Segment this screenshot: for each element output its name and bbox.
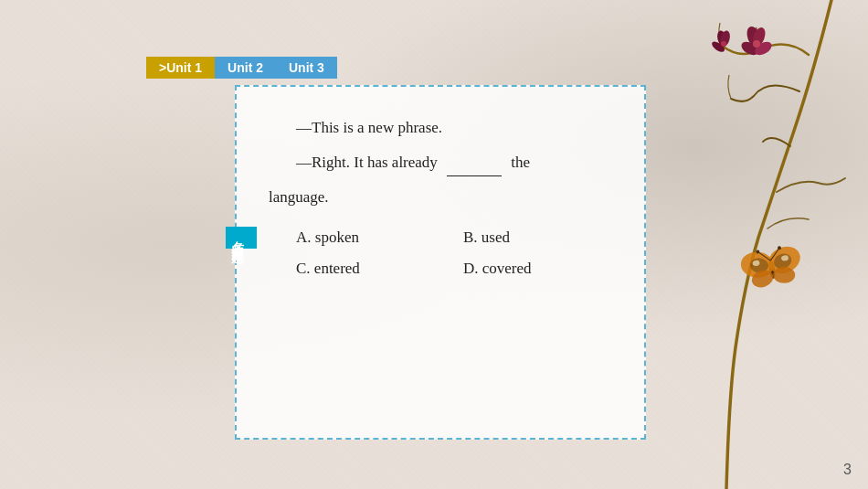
side-label-icon: 名师解题: [231, 230, 246, 245]
option-a-value: spoken: [315, 229, 359, 246]
option-c-value: entered: [314, 260, 360, 277]
option-c-key: C.: [296, 260, 311, 277]
side-label: 名师解题: [226, 227, 257, 249]
option-b-value: used: [482, 229, 510, 246]
line2-after: the: [511, 154, 530, 171]
tab-unit2[interactable]: Unit 2: [215, 57, 276, 79]
option-b-key: B.: [463, 229, 478, 246]
option-a-key: A.: [296, 229, 312, 246]
line2-before: —Right. It has already: [296, 154, 438, 171]
fill-in-blank: [447, 148, 502, 177]
question-line3: language.: [269, 184, 612, 212]
page-number: 3: [843, 462, 852, 478]
tab-unit3[interactable]: Unit 3: [276, 57, 337, 79]
option-a[interactable]: A. spoken: [296, 229, 445, 247]
options-grid: A. spoken B. used C. entered D. covered: [269, 229, 612, 278]
tab-unit1[interactable]: >Unit 1: [146, 57, 215, 79]
option-d-value: covered: [482, 260, 532, 277]
content-box: —This is a new phrase. —Right. It has al…: [235, 85, 646, 440]
question-line2: —Right. It has already the: [269, 148, 612, 177]
navigation-tabs: >Unit 1 Unit 2 Unit 3: [146, 57, 337, 79]
question-line1: —This is a new phrase.: [269, 114, 612, 143]
option-b[interactable]: B. used: [463, 229, 612, 247]
option-d-key: D.: [463, 260, 479, 277]
option-d[interactable]: D. covered: [463, 260, 612, 278]
option-c[interactable]: C. entered: [296, 260, 445, 278]
